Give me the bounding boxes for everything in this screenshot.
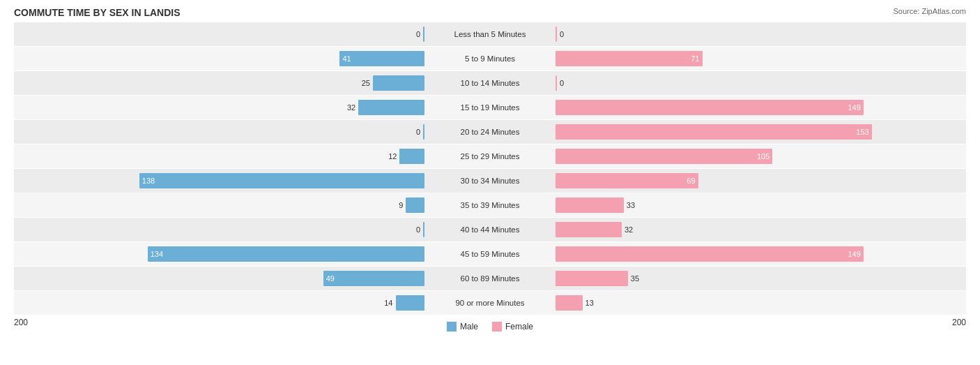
bar-row: 0Less than 5 Minutes0 bbox=[14, 22, 966, 46]
male-bar bbox=[406, 198, 424, 213]
female-value-outside: 13 bbox=[585, 299, 599, 307]
female-bar: 71 bbox=[556, 51, 703, 66]
right-section: 33 bbox=[553, 193, 966, 217]
axis-right: 200 bbox=[952, 318, 966, 332]
left-section: 49 bbox=[14, 267, 427, 290]
row-label: 30 to 34 Minutes bbox=[427, 177, 553, 185]
male-bar bbox=[358, 100, 424, 115]
female-value-outside: 33 bbox=[627, 201, 641, 209]
bar-row: 13830 to 34 Minutes69 bbox=[14, 169, 966, 193]
left-section: 25 bbox=[14, 71, 427, 95]
male-color-box bbox=[447, 322, 457, 332]
female-bar bbox=[556, 271, 628, 286]
chart-title: COMMUTE TIME BY SEX IN LANDIS bbox=[14, 7, 966, 18]
left-section: 32 bbox=[14, 96, 427, 119]
male-bar: 134 bbox=[148, 246, 424, 262]
male-value-inside: 134 bbox=[151, 250, 163, 258]
male-bar bbox=[373, 75, 424, 91]
male-value-outside: 32 bbox=[342, 103, 355, 112]
male-bar bbox=[396, 295, 425, 311]
chart-area: 0Less than 5 Minutes0415 to 9 Minutes712… bbox=[14, 22, 966, 315]
right-section: 32 bbox=[553, 218, 966, 241]
row-label: 20 to 24 Minutes bbox=[427, 128, 553, 136]
male-bar: 138 bbox=[139, 173, 424, 188]
row-label: 45 to 59 Minutes bbox=[427, 250, 553, 258]
legend-female: Female bbox=[492, 322, 533, 332]
row-label: 15 to 19 Minutes bbox=[427, 103, 553, 112]
bar-row: 4960 to 89 Minutes35 bbox=[14, 267, 966, 290]
female-label: Female bbox=[505, 322, 533, 332]
source-text: Source: ZipAtlas.com bbox=[893, 7, 966, 15]
female-bar bbox=[556, 222, 622, 237]
male-value-outside: 25 bbox=[356, 79, 370, 87]
female-bar bbox=[556, 295, 583, 311]
male-value-inside: 41 bbox=[342, 54, 351, 63]
bar-row: 1225 to 29 Minutes105 bbox=[14, 144, 966, 168]
female-bar bbox=[556, 27, 557, 42]
left-section: 14 bbox=[14, 291, 427, 315]
left-section: 12 bbox=[14, 144, 427, 168]
female-bar: 149 bbox=[556, 100, 864, 115]
right-section: 13 bbox=[553, 291, 966, 315]
male-bar bbox=[423, 124, 424, 140]
legend-male: Male bbox=[447, 322, 478, 332]
female-value-inside: 153 bbox=[856, 128, 868, 136]
bar-row: 2510 to 14 Minutes0 bbox=[14, 71, 966, 95]
male-value-outside: 14 bbox=[379, 299, 393, 307]
left-section: 0 bbox=[14, 120, 427, 144]
bar-row: 040 to 44 Minutes32 bbox=[14, 218, 966, 241]
right-section: 71 bbox=[553, 47, 966, 70]
right-section: 35 bbox=[553, 267, 966, 290]
male-value-zero: 0 bbox=[406, 225, 420, 234]
female-value-inside: 69 bbox=[687, 177, 695, 185]
bar-row: 020 to 24 Minutes153 bbox=[14, 120, 966, 144]
female-value-zero: 0 bbox=[560, 79, 574, 87]
bar-row: 1490 or more Minutes13 bbox=[14, 291, 966, 315]
female-bar: 149 bbox=[556, 246, 864, 262]
female-value-zero: 0 bbox=[560, 30, 574, 38]
female-color-box bbox=[492, 322, 502, 332]
right-section: 0 bbox=[553, 22, 966, 46]
row-label: 10 to 14 Minutes bbox=[427, 79, 553, 87]
female-bar: 153 bbox=[556, 124, 872, 140]
right-section: 0 bbox=[553, 71, 966, 95]
female-value-inside: 105 bbox=[757, 152, 770, 161]
female-value-outside: 32 bbox=[625, 225, 638, 234]
bar-row: 13445 to 59 Minutes149 bbox=[14, 242, 966, 266]
male-value-zero: 0 bbox=[406, 128, 420, 136]
female-value-inside: 149 bbox=[848, 250, 860, 258]
male-value-zero: 0 bbox=[406, 30, 420, 38]
row-label: 90 or more Minutes bbox=[427, 299, 553, 307]
female-value-inside: 149 bbox=[848, 103, 860, 112]
left-section: 9 bbox=[14, 193, 427, 217]
bar-row: 3215 to 19 Minutes149 bbox=[14, 96, 966, 119]
chart-container: COMMUTE TIME BY SEX IN LANDIS Source: Zi… bbox=[0, 0, 980, 365]
male-bar bbox=[423, 27, 424, 42]
bar-row: 415 to 9 Minutes71 bbox=[14, 47, 966, 70]
row-label: 35 to 39 Minutes bbox=[427, 201, 553, 209]
row-label: 40 to 44 Minutes bbox=[427, 225, 553, 234]
male-value-outside: 12 bbox=[383, 152, 397, 161]
legend: Male Female bbox=[447, 322, 533, 332]
female-value-inside: 71 bbox=[691, 54, 699, 63]
left-section: 138 bbox=[14, 169, 427, 193]
male-bar bbox=[423, 222, 424, 237]
male-label: Male bbox=[460, 322, 478, 332]
female-bar bbox=[556, 75, 557, 91]
right-section: 153 bbox=[553, 120, 966, 144]
left-section: 0 bbox=[14, 22, 427, 46]
axis-labels: 200 Male Female 200 bbox=[14, 318, 966, 332]
row-label: Less than 5 Minutes bbox=[427, 30, 553, 38]
female-bar bbox=[556, 198, 624, 213]
male-value-outside: 9 bbox=[389, 201, 403, 209]
axis-left: 200 bbox=[14, 318, 28, 332]
male-bar bbox=[399, 149, 424, 164]
row-label: 60 to 89 Minutes bbox=[427, 274, 553, 283]
bar-row: 935 to 39 Minutes33 bbox=[14, 193, 966, 217]
left-section: 134 bbox=[14, 242, 427, 266]
male-value-inside: 138 bbox=[142, 177, 155, 185]
male-value-inside: 49 bbox=[326, 274, 335, 283]
male-bar: 41 bbox=[339, 51, 424, 66]
right-section: 149 bbox=[553, 242, 966, 266]
row-label: 5 to 9 Minutes bbox=[427, 54, 553, 63]
